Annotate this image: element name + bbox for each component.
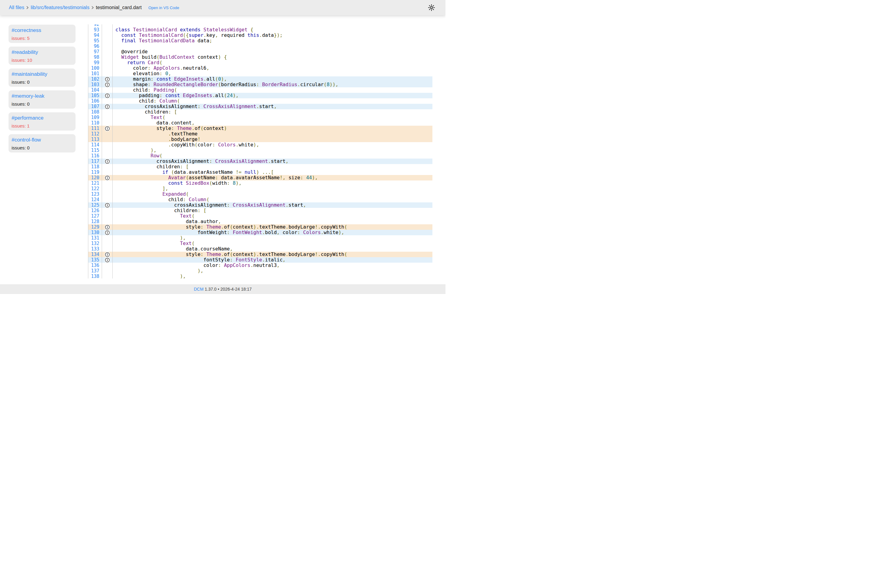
issue-gutter-empty (102, 136, 113, 142)
code-text: data.content, (113, 120, 433, 126)
theme-toggle-button[interactable] (428, 4, 435, 11)
line-number: 126 (88, 208, 102, 213)
issues-count: issues: 0 (12, 80, 72, 85)
issue-gutter[interactable] (102, 126, 113, 131)
code-text: color: AppColors.neutral3, (113, 262, 433, 268)
code-line-row: 113 .bodyLarge! (88, 136, 433, 142)
sidebar-card-maintainability[interactable]: #maintainability issues: 0 (9, 69, 75, 87)
sidebar-card-performance[interactable]: #performance issues: 1 (9, 112, 75, 130)
footer: DCM 1.37.0 • 2026-4-24 18:17 (0, 284, 446, 294)
code-text: margin: const EdgeInsets.all(0), (113, 76, 433, 82)
code-text: elevation: 0, (113, 71, 433, 76)
breadcrumb-link-path[interactable]: lib/src/features/testimonials (31, 5, 90, 10)
tag-label[interactable]: #performance (12, 115, 72, 121)
info-icon (104, 126, 110, 132)
code-text: if (data.avatarAssetName != null) ...[ (113, 170, 433, 175)
code-line-row: 136 color: AppColors.neutral3, (88, 262, 433, 268)
code-text: child: Column( (113, 197, 433, 202)
tag-label[interactable]: #control-flow (12, 136, 72, 143)
line-number: 117 (88, 159, 102, 164)
tag-label[interactable]: #maintainability (12, 71, 72, 77)
issue-gutter-empty (102, 274, 113, 279)
line-number: 118 (88, 164, 102, 170)
code-line-row: 126 children: [ (88, 208, 433, 213)
issue-gutter[interactable] (102, 257, 113, 262)
code-text: children: [ (113, 109, 433, 115)
line-number: 113 (88, 136, 102, 142)
code-text: color: AppColors.neutral6, (113, 65, 433, 71)
issue-gutter[interactable] (102, 104, 113, 109)
line-number: 125 (88, 202, 102, 208)
issue-gutter[interactable] (102, 202, 113, 208)
sidebar-card-correctness[interactable]: #correctness issues: 5 (9, 25, 75, 43)
line-number: 103 (88, 82, 102, 87)
breadcrumb: All files lib/src/features/testimonials … (9, 5, 179, 10)
issue-gutter[interactable] (102, 82, 113, 87)
line-number: 110 (88, 120, 102, 126)
issue-gutter[interactable] (102, 230, 113, 235)
sidebar-card-control-flow[interactable]: #control-flow issues: 0 (9, 134, 75, 153)
line-number: 96 (88, 44, 102, 49)
sidebar-card-readability[interactable]: #readability issues: 10 (9, 46, 75, 65)
code-line-row: 97 @override (88, 49, 433, 54)
code-text: ), (113, 274, 433, 279)
code-text: ), (113, 268, 433, 274)
code-text: style: Theme.of(context).textTheme.bodyL… (113, 224, 433, 230)
code-text: class TestimonialCard extends StatelessW… (113, 27, 433, 33)
code-line-row: 119 if (data.avatarAssetName != null) ..… (88, 170, 433, 175)
sidebar: #correctness issues: 5 #readability issu… (9, 25, 75, 156)
issue-gutter-empty (102, 268, 113, 274)
code-line-row: 96 (88, 44, 433, 49)
breadcrumb-current-file: testimonial_card.dart (96, 5, 142, 10)
code-text: .textTheme (113, 131, 433, 136)
line-number: 116 (88, 153, 102, 159)
line-number: 131 (88, 235, 102, 241)
issue-gutter-empty (102, 180, 113, 186)
sidebar-card-memory-leak[interactable]: #memory-leak issues: 0 (9, 90, 75, 109)
code-line-row: 130 fontWeight: FontWeight.bold, color: … (88, 230, 433, 235)
issues-count: issues: 0 (12, 145, 72, 150)
code-text: Text( (113, 241, 433, 246)
line-number: 102 (88, 76, 102, 82)
code-line-row: 107 crossAxisAlignment: CrossAxisAlignme… (88, 104, 433, 109)
line-number: 108 (88, 109, 102, 115)
line-number: 119 (88, 170, 102, 175)
issue-gutter[interactable] (102, 252, 113, 257)
line-number: 130 (88, 230, 102, 235)
issue-gutter[interactable] (102, 76, 113, 82)
open-in-vscode-link[interactable]: Open in VS Code (148, 6, 179, 10)
issue-gutter-empty (102, 219, 113, 224)
tag-label[interactable]: #correctness (12, 27, 72, 33)
tag-label[interactable]: #memory-leak (12, 93, 72, 99)
line-number: 114 (88, 142, 102, 148)
code-text: .copyWith(color: Colors.white), (113, 142, 433, 148)
issue-gutter[interactable] (102, 93, 113, 98)
code-line-row: 125 crossAxisAlignment: CrossAxisAlignme… (88, 202, 433, 208)
issue-gutter-empty (102, 54, 113, 60)
line-number: 106 (88, 98, 102, 104)
code-text: @override (113, 49, 433, 54)
code-line-row: 135 fontStyle: FontStyle.italic, (88, 257, 433, 262)
code-line-row: 110 data.content, (88, 120, 433, 126)
tag-label[interactable]: #readability (12, 49, 72, 56)
code-line-row: 95 final TestimonialCardData data; (88, 38, 433, 44)
issue-gutter-empty (102, 71, 113, 76)
code-text: const SizedBox(width: 8), (113, 180, 433, 186)
issue-gutter[interactable] (102, 159, 113, 164)
breadcrumb-link-all-files[interactable]: All files (9, 5, 24, 10)
dcm-link[interactable]: DCM (194, 287, 203, 292)
code-line-row: 118 children: [ (88, 164, 433, 170)
issue-gutter[interactable] (102, 224, 113, 230)
line-number: 104 (88, 87, 102, 93)
issue-gutter-empty (102, 213, 113, 219)
issue-gutter[interactable] (102, 175, 113, 180)
issue-gutter-empty (102, 241, 113, 246)
code-line-row: 114 .copyWith(color: Colors.white), (88, 142, 433, 148)
issues-count: issues: 10 (12, 57, 72, 63)
code-line-row: 101 elevation: 0, (88, 71, 433, 76)
sun-icon (428, 4, 435, 11)
line-number: 99 (88, 60, 102, 65)
info-icon (104, 230, 110, 236)
code-line-row: 133 data.courseName, (88, 246, 433, 252)
code-text: style: Theme.of(context).textTheme.bodyL… (113, 252, 433, 257)
